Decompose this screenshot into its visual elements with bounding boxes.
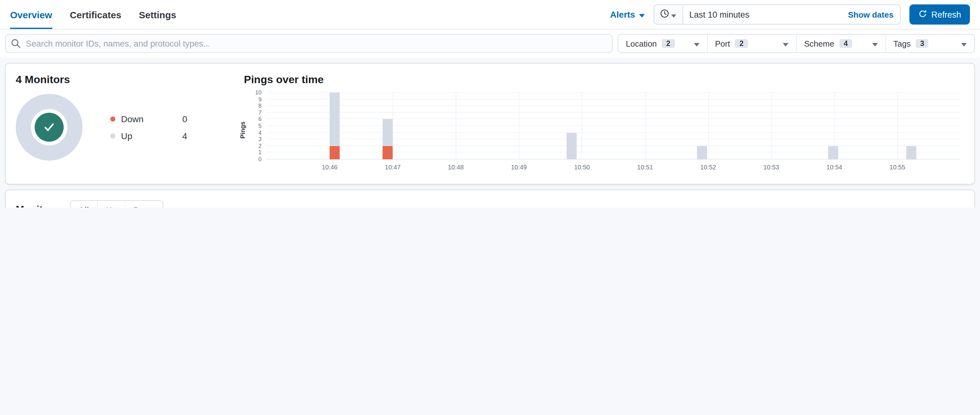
show-dates-link[interactable]: Show dates bbox=[848, 10, 894, 19]
refresh-button[interactable]: Refresh bbox=[909, 5, 970, 25]
x-gridline bbox=[897, 93, 898, 159]
tab-certificates-label: Certificates bbox=[70, 9, 121, 20]
search-input[interactable] bbox=[5, 34, 612, 53]
pings-chart-section: Pings over time Pings 01234567891010:461… bbox=[244, 74, 964, 174]
chevron-down-icon bbox=[694, 39, 699, 48]
y-gridline bbox=[267, 125, 961, 126]
x-tick-label: 10:49 bbox=[511, 164, 527, 171]
tab-settings[interactable]: Settings bbox=[139, 0, 176, 29]
filter-tags-label: Tags bbox=[893, 39, 911, 48]
down-legend-label: Down bbox=[121, 114, 144, 124]
x-gridline bbox=[519, 93, 520, 159]
y-tick-label: 3 bbox=[258, 136, 261, 142]
x-tick-label: 10:47 bbox=[385, 164, 401, 171]
up-count: 4 bbox=[182, 131, 187, 141]
y-gridline bbox=[267, 152, 961, 153]
pings-chart-title: Pings over time bbox=[244, 74, 964, 86]
refresh-label: Refresh bbox=[931, 10, 961, 19]
y-tick-label: 9 bbox=[258, 96, 261, 102]
x-tick-label: 10:54 bbox=[827, 164, 842, 171]
overview-panel: 4 Monitors Down 0 bbox=[5, 63, 975, 185]
y-tick-label: 1 bbox=[258, 150, 261, 156]
clock-icon bbox=[660, 8, 669, 21]
pings-bar bbox=[697, 93, 707, 159]
filter-scheme[interactable]: Scheme 4 bbox=[797, 35, 886, 52]
pings-bar bbox=[329, 93, 340, 159]
nav-right: Alerts Last 10 minutes Show dates Refres… bbox=[610, 0, 970, 29]
y-tick-label: 5 bbox=[258, 123, 261, 129]
monitors-panel: Monitors All Up Down Status Name Url Tag… bbox=[5, 190, 975, 208]
filter-scheme-label: Scheme bbox=[804, 39, 834, 48]
monitors-header: Monitors All Up Down bbox=[6, 200, 974, 208]
y-gridline bbox=[267, 132, 961, 133]
x-gridline bbox=[393, 93, 393, 159]
filter-up-button[interactable]: Up bbox=[98, 201, 125, 208]
filter-location[interactable]: Location 2 bbox=[618, 35, 708, 52]
y-tick-label: 8 bbox=[258, 103, 261, 109]
y-gridline bbox=[267, 119, 961, 119]
y-gridline bbox=[267, 92, 961, 93]
pings-y-axis-title: Pings bbox=[239, 122, 246, 139]
pings-chart: Pings 01234567891010:4610:4710:4810:4910… bbox=[244, 93, 964, 174]
filter-port[interactable]: Port 2 bbox=[708, 35, 797, 52]
search-icon bbox=[11, 38, 21, 51]
x-tick-label: 10:52 bbox=[700, 164, 716, 171]
x-tick-label: 10:50 bbox=[574, 164, 590, 171]
status-donut-chart bbox=[16, 94, 83, 161]
pings-bar-up-segment bbox=[906, 146, 916, 159]
x-tick-label: 10:48 bbox=[448, 164, 464, 171]
tab-overview[interactable]: Overview bbox=[10, 0, 52, 29]
x-gridline bbox=[708, 93, 709, 159]
snapshot-donut-row: Down 0 Up 4 bbox=[16, 94, 244, 161]
chevron-down-icon bbox=[961, 39, 967, 48]
pings-bar bbox=[383, 93, 393, 159]
time-range-picker: Last 10 minutes Show dates bbox=[653, 5, 900, 25]
y-gridline bbox=[267, 146, 961, 146]
filter-port-count: 2 bbox=[735, 39, 748, 48]
pings-plot-area: 01234567891010:4610:4710:4810:4910:5010:… bbox=[267, 93, 961, 160]
tab-certificates[interactable]: Certificates bbox=[70, 0, 121, 29]
time-range-value: Last 10 minutes bbox=[689, 10, 749, 19]
pings-bar bbox=[906, 93, 916, 159]
y-tick-label: 7 bbox=[258, 109, 261, 116]
down-legend-dot bbox=[110, 116, 115, 121]
donut-hole bbox=[31, 109, 67, 146]
search-filter-bar: Location 2 Port 2 Scheme 4 Tags 3 bbox=[0, 30, 980, 58]
top-nav: Overview Certificates Settings Alerts La… bbox=[0, 0, 980, 30]
pings-bar-up-segment bbox=[383, 119, 393, 146]
x-tick-label: 10:55 bbox=[889, 164, 905, 171]
down-count: 0 bbox=[182, 114, 187, 124]
y-tick-label: 2 bbox=[258, 143, 261, 149]
filter-group: Location 2 Port 2 Scheme 4 Tags 3 bbox=[617, 34, 975, 53]
y-gridline bbox=[267, 105, 961, 106]
search-box bbox=[5, 34, 612, 53]
monitors-count-title: 4 Monitors bbox=[16, 74, 244, 86]
page-content: 4 Monitors Down 0 bbox=[0, 58, 980, 208]
pings-bar-up-segment bbox=[329, 93, 340, 146]
chevron-down-icon bbox=[872, 39, 878, 48]
y-tick-label: 0 bbox=[258, 156, 261, 163]
pings-bar-up-segment bbox=[697, 146, 707, 159]
x-gridline bbox=[645, 93, 646, 159]
chevron-down-icon bbox=[639, 10, 644, 19]
pings-bar bbox=[828, 93, 838, 159]
filter-down-button[interactable]: Down bbox=[126, 201, 163, 208]
x-gridline bbox=[582, 93, 583, 159]
chevron-down-icon bbox=[671, 9, 676, 20]
y-gridline bbox=[267, 139, 961, 139]
alerts-label: Alerts bbox=[610, 10, 635, 19]
filter-scheme-count: 4 bbox=[839, 39, 852, 48]
uptime-app: Overview Certificates Settings Alerts La… bbox=[0, 0, 980, 208]
tab-overview-label: Overview bbox=[10, 9, 52, 20]
time-range-field[interactable]: Last 10 minutes Show dates bbox=[683, 5, 900, 24]
filter-all-button[interactable]: All bbox=[70, 201, 98, 208]
filter-tags[interactable]: Tags 3 bbox=[886, 35, 974, 52]
x-gridline bbox=[771, 93, 772, 159]
x-gridline bbox=[456, 93, 457, 159]
alerts-dropdown[interactable]: Alerts bbox=[610, 10, 644, 19]
x-tick-label: 10:46 bbox=[322, 164, 337, 171]
y-tick-label: 10 bbox=[255, 89, 261, 96]
monitors-title: Monitors bbox=[16, 204, 58, 208]
y-gridline bbox=[267, 159, 961, 159]
quick-select-button[interactable] bbox=[654, 5, 683, 24]
